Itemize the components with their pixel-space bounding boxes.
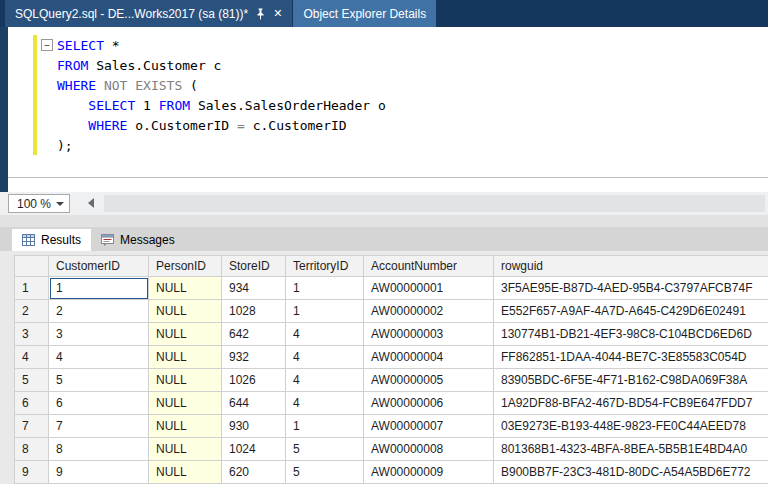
row-header[interactable]: 6: [15, 392, 49, 415]
grid-cell[interactable]: 4: [286, 346, 364, 369]
grid-cell[interactable]: 1A92DF88-BFA2-467D-BD54-FCB9E647FDD7: [494, 392, 768, 415]
grid-cell[interactable]: 1028: [222, 300, 286, 323]
grid-cell[interactable]: 7: [49, 415, 149, 438]
row-header[interactable]: 9: [15, 461, 49, 484]
grid-cell[interactable]: AW00000005: [364, 369, 494, 392]
grid-cell[interactable]: AW00000006: [364, 392, 494, 415]
grid-cell[interactable]: NULL: [149, 392, 222, 415]
tab-label: Results: [41, 233, 81, 247]
grid-cell[interactable]: 5: [286, 461, 364, 484]
column-header[interactable]: AccountNumber: [364, 256, 494, 277]
grid-cell[interactable]: NULL: [149, 461, 222, 484]
grid-cell[interactable]: 3F5AE95E-B87D-4AED-95B4-C3797AFCB74F: [494, 277, 768, 300]
scrollbar-thumb[interactable]: [104, 195, 765, 212]
grid-cell[interactable]: AW00000008: [364, 438, 494, 461]
fold-margin: −: [8, 35, 57, 55]
tab-title: SQLQuery2.sql - DE...Works2017 (sa (81))…: [15, 7, 248, 21]
grid-cell[interactable]: AW00000004: [364, 346, 494, 369]
grid-cell[interactable]: NULL: [149, 369, 222, 392]
grid-cell[interactable]: 930: [222, 415, 286, 438]
code-line[interactable]: FROM Sales.Customer c: [8, 55, 768, 75]
zoom-combo[interactable]: 100 %: [8, 194, 70, 213]
tab-messages[interactable]: Messages: [91, 229, 185, 251]
results-grid: CustomerIDPersonIDStoreIDTerritoryIDAcco…: [14, 255, 768, 484]
tab-title: Object Explorer Details: [303, 7, 426, 21]
row-header[interactable]: 3: [15, 323, 49, 346]
grid-cell[interactable]: 932: [222, 346, 286, 369]
grid-cell[interactable]: 4: [286, 392, 364, 415]
grid-row: 33NULL6424AW00000003130774B1-DB21-4EF3-9…: [15, 323, 768, 346]
grid-cell[interactable]: NULL: [149, 323, 222, 346]
row-header[interactable]: 4: [15, 346, 49, 369]
grid-cell[interactable]: 1026: [222, 369, 286, 392]
grid-cell[interactable]: 1: [286, 277, 364, 300]
grid-cell[interactable]: 9: [49, 461, 149, 484]
close-icon[interactable]: ✕: [273, 8, 282, 19]
grid-cell[interactable]: E552F657-A9AF-4A7D-A645-C429D6E02491: [494, 300, 768, 323]
grid-cell[interactable]: 2: [49, 300, 149, 323]
grid-cell[interactable]: 1: [286, 415, 364, 438]
grid-cell[interactable]: 03E9273E-B193-448E-9823-FE0C44AEED78: [494, 415, 768, 438]
column-header[interactable]: TerritoryID: [286, 256, 364, 277]
zoom-value: 100 %: [17, 197, 51, 211]
editor-results-splitter[interactable]: [0, 215, 768, 227]
column-header[interactable]: StoreID: [222, 256, 286, 277]
grid-corner[interactable]: [15, 256, 49, 277]
row-header[interactable]: 7: [15, 415, 49, 438]
code-line[interactable]: WHERE o.CustomerID = c.CustomerID: [8, 115, 768, 135]
tab-object-explorer-details[interactable]: Object Explorer Details: [293, 0, 436, 27]
grid-cell[interactable]: AW00000007: [364, 415, 494, 438]
grid-cell[interactable]: 130774B1-DB21-4EF3-98C8-C104BCD6ED6D: [494, 323, 768, 346]
grid-cell[interactable]: 5: [49, 369, 149, 392]
grid-cell[interactable]: 4: [49, 346, 149, 369]
grid-cell[interactable]: NULL: [149, 300, 222, 323]
query-editor[interactable]: −SELECT *FROM Sales.Customer cWHERE NOT …: [0, 27, 768, 192]
grid-cell[interactable]: NULL: [149, 346, 222, 369]
grid-cell[interactable]: 620: [222, 461, 286, 484]
code-line[interactable]: SELECT 1 FROM Sales.SalesOrderHeader o: [8, 95, 768, 115]
grid-cell[interactable]: B900BB7F-23C3-481D-80DC-A54A5BD6E772: [494, 461, 768, 484]
grid-cell[interactable]: 5: [286, 438, 364, 461]
scroll-left-icon[interactable]: [88, 198, 94, 208]
code-line[interactable]: −SELECT *: [8, 35, 768, 55]
pin-icon[interactable]: [256, 8, 265, 20]
grid-cell[interactable]: 6: [49, 392, 149, 415]
fold-collapse-icon[interactable]: −: [41, 39, 53, 51]
grid-cell[interactable]: 4: [286, 323, 364, 346]
column-header[interactable]: PersonID: [149, 256, 222, 277]
row-header[interactable]: 2: [15, 300, 49, 323]
column-header[interactable]: rowguid: [494, 256, 768, 277]
grid-cell[interactable]: AW00000001: [364, 277, 494, 300]
grid-cell[interactable]: 83905BDC-6F5E-4F71-B162-C98DA069F38A: [494, 369, 768, 392]
grid-cell[interactable]: AW00000009: [364, 461, 494, 484]
grid-cell[interactable]: 3: [49, 323, 149, 346]
grid-cell[interactable]: 801368B1-4323-4BFA-8BEA-5B5B1E4BD4A0: [494, 438, 768, 461]
grid-cell[interactable]: 8: [49, 438, 149, 461]
grid-cell[interactable]: AW00000003: [364, 323, 494, 346]
grid-cell[interactable]: 642: [222, 323, 286, 346]
grid-row: 55NULL10264AW0000000583905BDC-6F5E-4F71-…: [15, 369, 768, 392]
grid-cell[interactable]: 934: [222, 277, 286, 300]
grid-cell[interactable]: AW00000002: [364, 300, 494, 323]
grid-cell[interactable]: 1: [49, 277, 149, 300]
grid-cell[interactable]: NULL: [149, 277, 222, 300]
grid-cell[interactable]: FF862851-1DAA-4044-BE7C-3E85583C054D: [494, 346, 768, 369]
grid-cell[interactable]: NULL: [149, 438, 222, 461]
grid-cell[interactable]: 1: [286, 300, 364, 323]
grid-cell[interactable]: 4: [286, 369, 364, 392]
grid-cell[interactable]: NULL: [149, 415, 222, 438]
fold-margin: [8, 55, 57, 75]
grid-cell[interactable]: 644: [222, 392, 286, 415]
row-header[interactable]: 5: [15, 369, 49, 392]
grid-cell[interactable]: 1024: [222, 438, 286, 461]
row-header[interactable]: 8: [15, 438, 49, 461]
code-line[interactable]: );: [8, 135, 768, 155]
column-header[interactable]: CustomerID: [49, 256, 149, 277]
horizontal-scrollbar[interactable]: [78, 192, 768, 215]
tab-results[interactable]: Results: [12, 229, 91, 251]
row-header[interactable]: 1: [15, 277, 49, 300]
code-line[interactable]: WHERE NOT EXISTS (: [8, 75, 768, 95]
results-pane: Results Messages: [0, 227, 768, 484]
tab-sqlquery2[interactable]: SQLQuery2.sql - DE...Works2017 (sa (81))…: [5, 0, 292, 27]
ssms-window: SQLQuery2.sql - DE...Works2017 (sa (81))…: [0, 0, 768, 484]
